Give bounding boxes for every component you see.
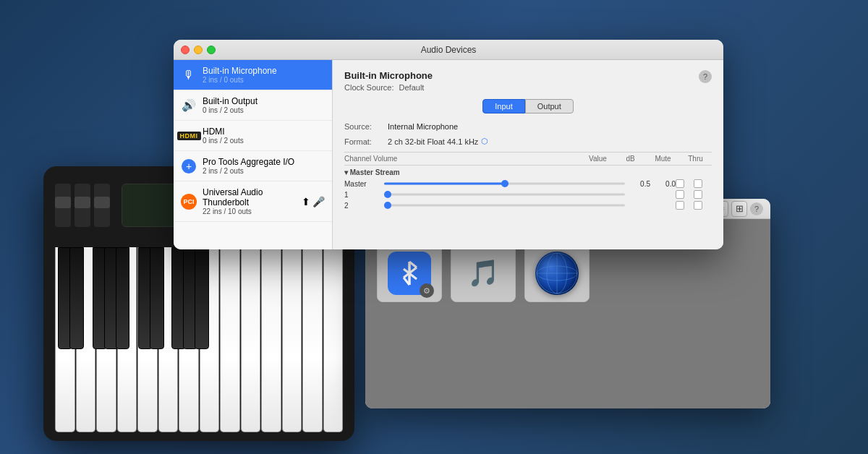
bluetooth-gear-overlay: ⚙ — [420, 283, 434, 298]
protools-icon: + — [181, 158, 197, 174]
white-key-9[interactable] — [220, 247, 240, 432]
device-item-builtin-mic[interactable]: 🎙 Built-in Microphone 2 ins / 0 outs — [174, 60, 332, 90]
master-thru — [694, 179, 712, 188]
master-value: 0.5 — [625, 180, 650, 188]
white-key-10[interactable] — [241, 247, 261, 432]
white-keys — [55, 247, 343, 432]
device-item-protools[interactable]: + Pro Tools Aggregate I/O 2 ins / 2 outs — [174, 151, 332, 181]
thru-col-header: Thru — [679, 155, 712, 163]
ch2-mute — [676, 201, 694, 210]
ch1-mute-checkbox[interactable] — [676, 190, 684, 199]
ua-indicator: ⬆ 🎤 — [302, 196, 325, 207]
master-ch-name: Master — [344, 180, 384, 188]
mute-col-header: Mute — [647, 155, 679, 163]
ch1-thumb[interactable] — [384, 191, 391, 198]
device-detail-panel: Built-in Microphone Clock Source: Defaul… — [333, 60, 723, 249]
iac-icon-area: 🎵 — [451, 245, 515, 301]
device-item-hdmi[interactable]: HDMI HDMI 0 ins / 2 outs — [174, 121, 332, 151]
close-button[interactable] — [181, 46, 190, 54]
globe-svg — [535, 252, 579, 295]
channel-volume-header: Channel Volume Value dB Mute Thru — [344, 152, 712, 166]
ch2-thumb[interactable] — [384, 202, 391, 209]
input-tab[interactable]: Input — [482, 99, 524, 113]
hdmi-badge: HDMI — [177, 132, 201, 140]
ch2-thru — [694, 201, 712, 210]
white-key-7[interactable] — [179, 247, 199, 432]
fader-handle-1[interactable] — [55, 197, 71, 208]
white-key-6[interactable] — [158, 247, 179, 432]
white-key-1[interactable] — [55, 247, 75, 432]
device-name-builtin-output: Built-in Output — [203, 96, 325, 106]
network-globe-icon — [535, 252, 579, 295]
output-tab[interactable]: Output — [525, 99, 574, 113]
white-key-11[interactable] — [261, 247, 281, 432]
format-dropdown[interactable]: 2 ch 32-bit Float 44.1 kHz ⬡ — [388, 137, 488, 146]
master-mute — [676, 179, 694, 188]
fader-handle-3[interactable] — [94, 197, 110, 208]
input-output-tabs: Input Output — [344, 99, 712, 113]
fader-handle-2[interactable] — [75, 197, 90, 208]
detail-help-button[interactable]: ? — [699, 70, 712, 83]
fader-1[interactable] — [55, 184, 71, 227]
white-key-8[interactable] — [200, 247, 220, 432]
white-key-13[interactable] — [302, 247, 323, 432]
ch1-thru — [694, 190, 712, 199]
device-info-ua: Universal Audio Thunderbolt 22 ins / 10 … — [203, 187, 296, 215]
ch1-slider[interactable] — [384, 192, 625, 197]
source-row: Source: Internal Microphone — [344, 122, 712, 131]
device-io-protools: 2 ins / 2 outs — [203, 167, 325, 175]
iac-music-icon: 🎵 — [461, 252, 505, 295]
db-col-header: dB — [614, 155, 647, 163]
speaker-icon: 🔊 — [181, 98, 197, 113]
device-info-hdmi: HDMI 0 ins / 2 outs — [203, 127, 325, 145]
device-io-hdmi: 0 ins / 2 outs — [203, 137, 325, 145]
ch1-mute — [676, 190, 694, 199]
format-value: 2 ch 32-bit Float 44.1 kHz — [388, 137, 478, 146]
white-key-14[interactable] — [323, 247, 344, 432]
fader-3[interactable] — [94, 184, 110, 227]
master-mute-checkbox[interactable] — [676, 179, 684, 188]
midi-window-help-button[interactable]: ? — [750, 202, 763, 215]
source-value: Internal Microphone — [388, 122, 458, 131]
hdmi-icon: HDMI — [181, 128, 197, 144]
white-key-5[interactable] — [137, 247, 158, 432]
ch2-mute-checkbox[interactable] — [676, 201, 684, 210]
format-dropdown-arrow: ⬡ — [481, 137, 488, 146]
ch1-thru-checkbox[interactable] — [694, 190, 702, 199]
audio-devices-window: Audio Devices 🎙 Built-in Microphone 2 in… — [174, 40, 723, 249]
white-key-3[interactable] — [96, 247, 116, 432]
ua-icon: PCI — [181, 194, 197, 210]
device-name-hdmi: HDMI — [203, 127, 325, 137]
ch2-thru-checkbox[interactable] — [694, 201, 702, 210]
audio-window-titlebar: Audio Devices — [174, 40, 723, 60]
white-key-4[interactable] — [117, 247, 137, 432]
master-thumb[interactable] — [501, 180, 509, 187]
device-info-builtin-output: Built-in Output 0 ins / 2 outs — [203, 96, 325, 114]
white-key-12[interactable] — [282, 247, 302, 432]
device-item-builtin-output[interactable]: 🔊 Built-in Output 0 ins / 2 outs — [174, 90, 332, 121]
value-col-header: Value — [582, 155, 614, 163]
format-label: Format: — [344, 137, 388, 146]
midi-grid-button[interactable]: ⊞ — [731, 201, 747, 217]
white-key-2[interactable] — [76, 247, 96, 432]
detail-title-block: Built-in Microphone Clock Source: Defaul… — [344, 70, 433, 92]
fader-group — [55, 184, 110, 227]
audio-window-title: Audio Devices — [421, 45, 477, 55]
ch2-slider[interactable] — [384, 202, 625, 208]
maximize-button[interactable] — [207, 46, 216, 54]
source-label: Source: — [344, 122, 388, 131]
ua-circle-icon: PCI — [181, 194, 197, 210]
device-name-protools: Pro Tools Aggregate I/O — [203, 157, 325, 167]
device-list: 🎙 Built-in Microphone 2 ins / 0 outs 🔊 B… — [174, 60, 333, 249]
master-stream-label[interactable]: ▾ Master Stream — [344, 168, 712, 176]
detail-header: Built-in Microphone Clock Source: Defaul… — [344, 70, 712, 92]
minimize-button[interactable] — [194, 46, 203, 54]
master-slider[interactable] — [384, 181, 625, 187]
channel-1-row: 1 — [344, 190, 712, 199]
device-io-builtin-mic: 2 ins / 0 outs — [203, 76, 325, 84]
device-item-ua[interactable]: PCI Universal Audio Thunderbolt 22 ins /… — [174, 181, 332, 222]
device-info-builtin-mic: Built-in Microphone 2 ins / 0 outs — [203, 66, 325, 84]
traffic-lights — [181, 46, 216, 54]
fader-2[interactable] — [75, 184, 90, 227]
master-thru-checkbox[interactable] — [694, 179, 702, 188]
